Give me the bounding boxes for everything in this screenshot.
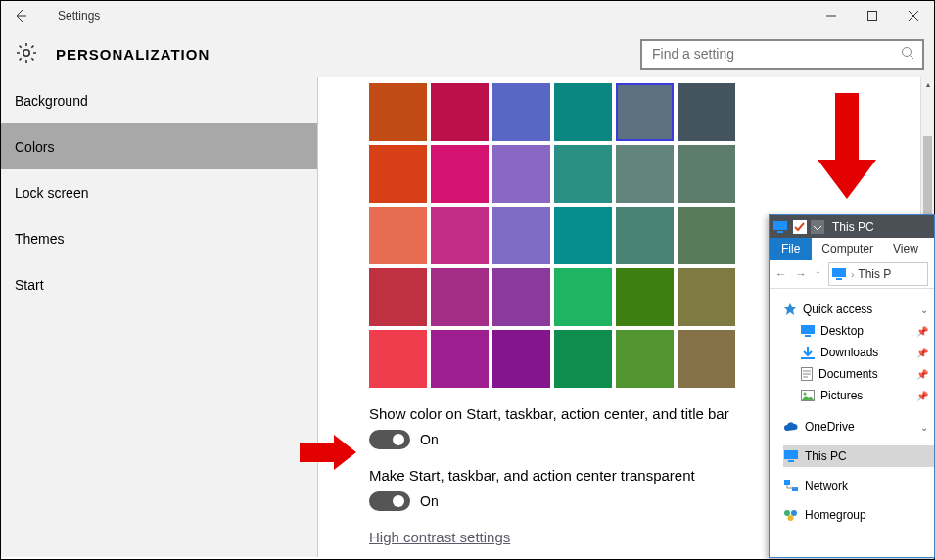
svg-rect-9 [832,268,846,277]
color-swatch[interactable] [492,268,550,326]
nav-up-icon[interactable]: ↑ [815,267,820,281]
sidebar-item-lockscreen[interactable]: Lock screen [1,169,317,215]
color-swatch[interactable] [492,145,550,203]
color-swatch[interactable] [554,207,612,264]
maximize-button[interactable] [852,1,893,30]
sidebar-item-themes[interactable]: Themes [1,215,317,261]
dropdown-icon[interactable] [810,219,825,235]
color-swatch[interactable] [678,330,735,388]
color-swatch[interactable] [431,207,489,264]
svg-point-22 [784,510,790,516]
search-icon [901,46,914,63]
pin-icon: 📌 [916,369,928,380]
tree-onedrive[interactable]: OneDrive⌄ [783,416,934,438]
homegroup-icon [783,508,799,522]
sidebar-item-start[interactable]: Start [1,261,317,307]
svg-rect-19 [788,460,794,462]
header: PERSONALIZATION [1,30,934,77]
explorer-titlebar[interactable]: This PC [770,215,934,238]
minimize-button[interactable] [811,1,852,30]
scroll-up-button[interactable]: ▴ [921,77,934,91]
desktop-icon [801,325,815,337]
tree-homegroup[interactable]: Homegroup [783,504,934,526]
pin-icon: 📌 [916,348,928,358]
toggle2-value: On [420,493,439,509]
titlebar: Settings [1,1,934,30]
color-swatch[interactable] [616,330,674,388]
color-swatch[interactable] [554,268,612,326]
address-chevron-icon: › [851,269,854,280]
color-swatch[interactable] [431,145,489,203]
color-swatch[interactable] [554,145,612,203]
svg-rect-6 [777,231,783,233]
color-swatch[interactable] [678,145,735,203]
color-swatch[interactable] [431,83,489,141]
search-input[interactable] [650,45,901,63]
sidebar-item-label: Themes [15,231,65,247]
sidebar-item-label: Lock screen [15,185,88,201]
color-swatch[interactable] [554,330,612,388]
toggle1-value: On [420,432,439,447]
color-swatch[interactable] [678,83,735,141]
color-swatch[interactable] [492,207,550,264]
tree-label: This PC [805,449,928,463]
color-swatch[interactable] [369,330,427,388]
explorer-ribbon: File Computer View [770,238,934,260]
color-swatch[interactable] [554,83,612,141]
color-swatch[interactable] [431,330,489,388]
close-button[interactable] [893,1,934,30]
tree-label: OneDrive [805,420,914,434]
tree-label: Pictures [820,389,911,402]
sidebar: Background Colors Lock screen Themes Sta… [1,77,318,557]
pin-icon: 📌 [916,326,928,337]
color-swatch[interactable] [616,268,674,326]
tree-label: Documents [818,367,911,381]
color-swatch[interactable] [369,207,427,264]
color-swatch[interactable] [616,207,674,264]
color-swatch[interactable] [369,268,427,326]
explorer-tab-computer[interactable]: Computer [812,238,883,260]
color-swatch[interactable] [431,268,489,326]
cloud-icon [783,421,799,433]
color-swatch[interactable] [678,207,735,264]
tree-desktop[interactable]: Desktop📌 [801,320,934,342]
tree-label: Downloads [820,346,911,359]
tree-label: Network [805,479,928,492]
tree-downloads[interactable]: Downloads📌 [801,342,934,363]
monitor-icon [771,219,790,235]
toggle-show-color[interactable] [369,430,410,449]
tree-pictures[interactable]: Pictures📌 [801,385,934,406]
chevron-down-icon: ⌄ [920,304,928,315]
color-swatch[interactable] [369,83,427,141]
color-swatch[interactable] [616,145,674,203]
tree-label: Desktop [820,324,911,338]
toggle-transparency[interactable] [369,491,410,511]
explorer-tab-view[interactable]: View [883,238,928,260]
network-icon [783,479,799,492]
explorer-file-tab[interactable]: File [770,238,812,260]
tree-network[interactable]: Network [783,475,934,496]
sidebar-item-background[interactable]: Background [1,77,317,123]
toggle-knob [393,434,404,445]
color-swatch[interactable] [369,145,427,203]
color-swatch[interactable] [492,83,550,141]
color-swatch[interactable] [492,330,550,388]
svg-point-2 [903,47,912,56]
sidebar-item-label: Start [15,277,44,293]
nav-back-icon[interactable]: ← [775,267,787,281]
explorer-window: This PC File Computer View ← → ↑ › This … [769,214,935,558]
color-swatch[interactable] [678,268,735,326]
check-icon [792,219,808,235]
tree-documents[interactable]: Documents📌 [801,363,934,385]
tree-this-pc[interactable]: This PC [783,445,934,467]
svg-point-1 [23,49,29,55]
search-box[interactable] [640,39,924,70]
svg-point-17 [804,393,807,396]
explorer-address-bar[interactable]: › This P [828,262,928,286]
color-swatch[interactable] [616,83,674,141]
back-button[interactable] [1,1,40,30]
sidebar-item-colors[interactable]: Colors [1,123,317,169]
nav-forward-icon[interactable]: → [795,267,807,281]
chevron-down-icon: ⌄ [920,422,928,433]
tree-quick-access[interactable]: Quick access ⌄ [783,299,934,320]
